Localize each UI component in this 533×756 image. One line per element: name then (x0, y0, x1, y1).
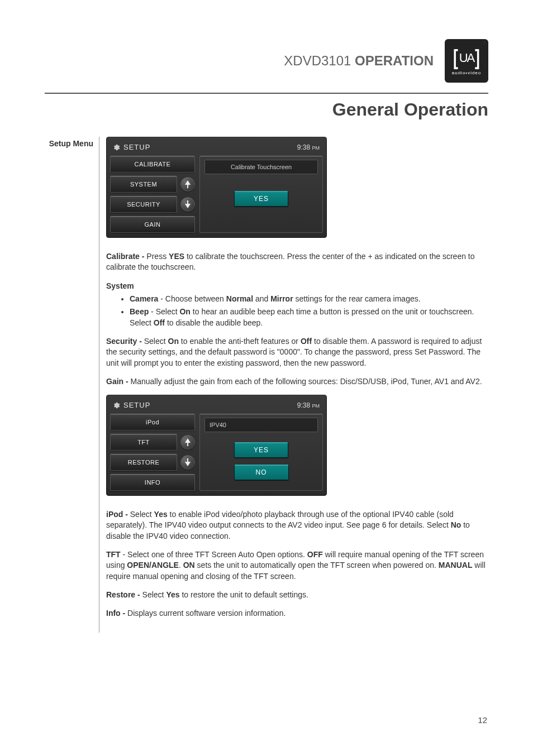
text-fragment: Select (144, 337, 168, 346)
menu-calibrate[interactable]: CALIBRATE (110, 156, 195, 173)
text-fragment: and (253, 294, 270, 303)
text-fragment: Select (130, 510, 154, 519)
menu-gain[interactable]: GAIN (110, 216, 195, 233)
device-screen-ipod: SETUP 9:38 PM iPod TFT (106, 395, 327, 496)
label-calibrate: Calibrate - (106, 252, 146, 261)
system-list: Camera - Choose between Normal and Mirro… (106, 294, 488, 328)
para-calibrate: Calibrate - Press YES to calibrate the t… (106, 251, 488, 273)
text-fragment: sets the unit to automatically open the … (195, 561, 439, 570)
menu-system[interactable]: SYSTEM (110, 176, 177, 193)
text-fragment: Press (146, 252, 169, 261)
header-title: XDVD3101 OPERATION (284, 53, 434, 69)
para-security: Security - Select On to enable the anti-… (106, 336, 488, 369)
label-camera: Camera (130, 294, 158, 303)
para-gain: Gain - Manually adjust the gain from eac… (106, 376, 488, 387)
panel-title: Calibrate Touchscreen (204, 160, 318, 174)
menu-info[interactable]: INFO (110, 474, 195, 491)
page-header: XDVD3101 OPERATION ® [ UA ] audio•video (45, 39, 488, 94)
yes-button[interactable]: YES (234, 191, 288, 207)
clock-time: 9:38 (297, 143, 310, 151)
trademark-symbol: ® (483, 40, 486, 45)
scroll-down-button[interactable] (180, 197, 195, 212)
gear-icon (112, 401, 120, 409)
text-openangle: OPEN/ANGLE (127, 561, 179, 570)
panel-ipod: IPV40 YES NO (199, 414, 323, 491)
clock-suffix: PM (312, 145, 320, 151)
text-off: Off (301, 337, 312, 346)
panel-calibrate: Calibrate Touchscreen YES (199, 156, 323, 233)
para-tft: TFT - Select one of three TFT Screen Aut… (106, 549, 488, 582)
yes-button[interactable]: YES (234, 442, 288, 458)
screen-title: SETUP (123, 401, 150, 409)
scroll-up-button[interactable] (180, 435, 195, 449)
text-fragment: Displays current software version inform… (127, 609, 285, 618)
label-info: Info - (106, 609, 127, 618)
text-yes: YES (169, 252, 184, 261)
text-fragment: to restore the unit to default settings. (180, 590, 308, 599)
body-text-lower: iPod - Select Yes to enable iPod video/p… (106, 509, 488, 619)
text-fragment: to disable the audible beep. (165, 318, 263, 327)
page-title: General Operation (45, 99, 488, 120)
label-ipod: iPod - (106, 510, 130, 519)
text-on: On (179, 307, 190, 316)
section-label: Setup Menu (45, 137, 99, 633)
text-off: OFF (307, 550, 323, 559)
text-normal: Normal (226, 294, 253, 303)
clock: 9:38 PM (297, 401, 320, 409)
clock: 9:38 PM (297, 143, 320, 151)
list-item: Beep - Select On to hear an audible beep… (130, 307, 488, 328)
screen-title: SETUP (123, 143, 150, 151)
list-item: Camera - Choose between Normal and Mirro… (130, 294, 488, 304)
para-info: Info - Displays current software version… (106, 608, 488, 619)
text-on: On (168, 337, 179, 346)
page-number: 12 (478, 715, 487, 725)
arrow-down-icon (185, 462, 191, 466)
body-text-upper: Calibrate - Press YES to calibrate the t… (106, 251, 488, 387)
label-tft: TFT (106, 550, 121, 559)
logo-glyph: [ UA ] (450, 47, 483, 69)
label-security: Security - (106, 337, 144, 346)
arrow-up-icon (185, 180, 191, 185)
label-gain: Gain - (106, 377, 131, 386)
clock-suffix: PM (312, 403, 320, 409)
scroll-up-button[interactable] (180, 177, 195, 192)
model-number: XDVD3101 (284, 53, 351, 68)
text-off: Off (154, 318, 165, 327)
text-fragment: - Select one of three TFT Screen Auto Op… (121, 550, 307, 559)
text-fragment: - Choose between (158, 294, 226, 303)
text-yes: Yes (154, 510, 168, 519)
menu-security[interactable]: SECURITY (110, 196, 177, 213)
device-screen-calibrate: SETUP 9:38 PM CALIBRATE SYSTEM (106, 137, 327, 238)
clock-time: 9:38 (297, 401, 310, 409)
text-mirror: Mirror (270, 294, 293, 303)
text-fragment: . (179, 561, 183, 570)
text-on: ON (183, 561, 195, 570)
brand-logo: ® [ UA ] audio•video (445, 39, 488, 83)
text-yes: Yes (166, 590, 179, 599)
menu-restore[interactable]: RESTORE (110, 454, 177, 471)
text-fragment: to enable the anti-theft features or (179, 337, 301, 346)
scroll-down-button[interactable] (180, 455, 195, 470)
text-fragment: Select (142, 590, 166, 599)
text-fragment: - Select (149, 307, 179, 316)
para-ipod: iPod - Select Yes to enable iPod video/p… (106, 509, 488, 542)
heading-system: System (106, 281, 488, 291)
text-fragment: settings for the rear camera images. (293, 294, 421, 303)
para-restore: Restore - Select Yes to restore the unit… (106, 590, 488, 600)
menu-ipod[interactable]: iPod (110, 414, 195, 430)
text-no: No (451, 520, 461, 529)
menu-tft[interactable]: TFT (110, 434, 177, 451)
arrow-up-icon (185, 438, 191, 443)
section-name: OPERATION (355, 53, 434, 68)
label-restore: Restore - (106, 590, 142, 599)
text-fragment: Manually adjust the gain from each of th… (131, 377, 482, 386)
text-manual: MANUAL (439, 561, 473, 570)
no-button[interactable]: NO (234, 465, 289, 480)
label-beep: Beep (130, 307, 149, 316)
logo-subtitle: audio•video (452, 70, 482, 75)
panel-title: IPV40 (204, 418, 318, 432)
gear-icon (112, 143, 120, 151)
arrow-down-icon (185, 204, 191, 208)
